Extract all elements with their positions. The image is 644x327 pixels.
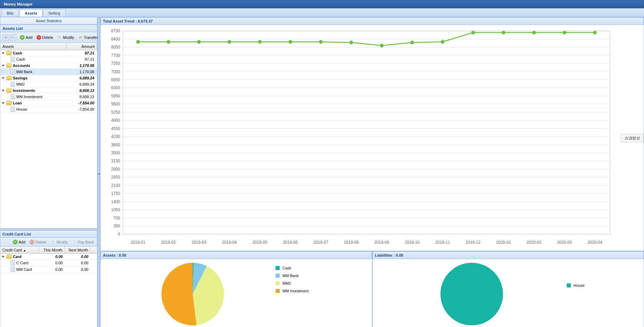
next-month-value: 0.00 [65,261,90,265]
row-amount: 6,889.24 [67,82,97,86]
vertical-splitter[interactable] [98,17,100,327]
col-credit-card[interactable]: Credit Card ▲ [0,247,39,253]
svg-point-83 [441,40,444,44]
svg-text:2019-05: 2019-05 [252,240,267,245]
cc-add-button[interactable]: +Add [11,239,27,245]
svg-text:2020-02: 2020-02 [526,240,541,245]
folder-icon [7,101,11,105]
asset-group-row[interactable]: Investments8,808.13 [0,88,97,94]
asset-item-row[interactable]: MM26,889.24 [0,81,97,88]
liabilities-pie-title: Liabilities : 0.00 [373,251,644,259]
svg-point-84 [471,31,475,34]
plus-icon: + [13,240,18,244]
trend-chart[interactable]: 0350700105014001750210024502800315035003… [101,25,644,251]
legend-color-icon [276,266,280,270]
folder-icon [7,63,11,68]
svg-text:2019-07: 2019-07 [313,240,328,245]
svg-text:6650: 6650 [111,77,120,82]
expand-icon[interactable] [2,102,5,104]
svg-text:2019-09: 2019-09 [374,240,389,245]
asset-item-row[interactable]: House-7,854.00 [0,106,97,113]
svg-text:1750: 1750 [111,191,120,196]
row-amount: 87.21 [67,51,97,55]
tab-assets[interactable]: Assets [19,9,42,17]
row-amount: -7,854.00 [67,107,97,111]
expand-icon[interactable] [2,256,5,258]
svg-text:5250: 5250 [111,110,120,114]
svg-text:2019-06: 2019-06 [283,240,298,245]
asset-group-row[interactable]: Savings6,889.24 [0,75,97,81]
tab-bills[interactable]: Bills [1,9,19,17]
svg-point-82 [410,41,414,44]
expand-icon[interactable] [2,90,5,92]
svg-point-87 [563,31,566,34]
asset-group-row[interactable]: Cash87.21 [0,50,97,56]
account-icon [11,107,15,112]
expand-all-icon[interactable] [3,34,9,41]
liabilities-pie-chart[interactable]: House [373,259,644,327]
row-label: Accounts [13,63,30,68]
svg-point-85 [502,31,505,34]
expand-icon[interactable] [2,52,5,54]
svg-text:2100: 2100 [111,183,120,188]
cc-group-row[interactable]: Card0.000.00 [0,254,97,260]
legend-color-icon [276,289,280,293]
col-this-month[interactable]: This Month [39,247,65,253]
expand-icon[interactable] [2,77,5,79]
col-amount[interactable]: Amount [67,43,97,50]
svg-text:7350: 7350 [111,61,120,66]
cc-payback-button[interactable]: ↩Pay Back [70,239,96,245]
folder-icon [7,51,11,55]
svg-text:2020-01: 2020-01 [496,240,511,245]
cc-item-row[interactable]: C Card0.000.00 [0,260,97,266]
asset-group-row[interactable]: Accounts1,170.08 [0,63,97,69]
trend-chart-title: Total Asset Trend : 8,673.37 [101,17,644,25]
row-label: Card [13,255,21,259]
next-month-value: 0.00 [65,255,90,259]
folder-icon [7,255,11,259]
assets-pie-legend: Cash MM Bank MM2 MM Investment [276,266,308,293]
modify-button[interactable]: ✎Modify [55,34,76,41]
transfer-button[interactable]: ⇄Transfer [76,34,100,41]
svg-text:8050: 8050 [111,45,120,50]
row-label: Loan [13,101,22,105]
delete-button[interactable]: −Delete [35,34,55,41]
cc-delete-button[interactable]: −Delete [28,239,48,245]
cc-tree: Card0.000.00C Card0.000.00MM Card0.000.0… [0,254,97,327]
cc-modify-button[interactable]: ✎Modify [49,239,69,245]
svg-text:700: 700 [113,215,120,220]
asset-group-row[interactable]: Loan-7,854.00 [0,100,97,106]
trend-chart-panel: Total Asset Trend : 8,673.37 03507001050… [100,17,644,251]
row-label: Cash [16,57,25,61]
svg-text:2019-02: 2019-02 [161,240,176,245]
assets-tree: Cash87.21Cash87.21Accounts1,170.08MM Ban… [0,50,97,229]
row-amount: 87.21 [67,57,97,61]
app-title: Money Manager [4,2,33,6]
collapse-all-icon[interactable] [10,34,16,41]
row-amount: 6,889.24 [67,76,97,80]
asset-item-row[interactable]: MM Bank1,170.08 [0,69,97,75]
plus-icon: + [20,35,25,40]
app-title-bar: Money Manager [0,0,644,8]
account-icon [11,57,15,62]
asset-statistics-header[interactable]: Asset Statistics [0,17,97,25]
asset-item-row[interactable]: Cash87.21 [0,56,97,63]
col-next-month[interactable]: Next Month [65,247,90,253]
asset-item-row[interactable]: MM Investment8,808.13 [0,94,97,100]
account-icon [11,94,15,99]
screenshot-button[interactable]: 스크린샷 [621,134,644,142]
add-button[interactable]: +Add [18,34,34,41]
row-amount: -7,854.00 [67,101,97,105]
expand-icon[interactable] [2,65,5,67]
row-label: Savings [13,76,27,80]
tab-setting[interactable]: Setting [43,9,65,17]
col-assets[interactable]: Assets [0,43,67,50]
cc-item-row[interactable]: MM Card0.000.00 [0,266,97,273]
assets-grid-header: Assets Amount [0,43,97,50]
assets-pie-chart[interactable]: Cash MM Bank MM2 MM Investment [101,259,372,327]
svg-text:7700: 7700 [111,53,120,58]
svg-text:6300: 6300 [111,85,120,90]
svg-text:2019-01: 2019-01 [131,240,146,245]
svg-text:3150: 3150 [111,158,120,163]
liabilities-pie-legend: House [567,283,585,287]
